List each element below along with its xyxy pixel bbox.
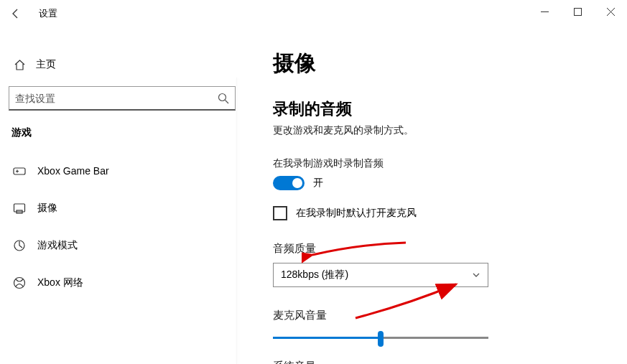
- home-icon: [11, 59, 27, 71]
- window-controls: [528, 0, 627, 23]
- window-title: 设置: [39, 7, 57, 20]
- sidebar-item-label: Xbox Game Bar: [37, 165, 109, 177]
- sidebar-item-xbox-network[interactable]: Xbox 网络: [7, 267, 237, 299]
- mic-volume-label: 麦克风音量: [273, 309, 591, 322]
- xbox-network-icon: [11, 276, 27, 289]
- search-input[interactable]: [15, 93, 218, 104]
- sidebar-category: 游戏: [7, 126, 237, 139]
- mic-volume-slider[interactable]: [273, 330, 488, 347]
- dropdown-value: 128kbps (推荐): [281, 269, 348, 281]
- svg-rect-2: [14, 168, 25, 174]
- svg-point-1: [219, 93, 226, 101]
- search-icon: [218, 93, 229, 104]
- slider-thumb[interactable]: [378, 331, 384, 347]
- titlebar: 设置: [0, 0, 627, 27]
- section-heading: 录制的音频: [273, 98, 591, 120]
- minimize-button[interactable]: [528, 0, 561, 23]
- sidebar-home[interactable]: 主页: [7, 50, 237, 79]
- search-box[interactable]: [9, 86, 236, 111]
- toggle-state-label: 开: [313, 177, 323, 190]
- sidebar-item-xbox-game-bar[interactable]: Xbox Game Bar: [7, 155, 237, 187]
- section-subtext: 更改游戏和麦克风的录制方式。: [273, 124, 591, 137]
- chevron-down-icon: [472, 271, 480, 279]
- maximize-icon: [574, 8, 582, 16]
- game-mode-icon: [11, 239, 27, 252]
- close-button[interactable]: [594, 0, 627, 23]
- back-arrow-icon: [10, 8, 22, 19]
- captures-icon: [11, 202, 27, 215]
- minimize-icon: [541, 8, 549, 16]
- audio-quality-label: 音频质量: [273, 242, 591, 256]
- maximize-button[interactable]: [561, 0, 594, 23]
- content-area: 摄像 录制的音频 更改游戏和麦克风的录制方式。 在我录制游戏时录制音频 开 在我…: [237, 27, 627, 364]
- sidebar: 主页 游戏 Xbox Game Bar 摄像 游戏模式: [0, 27, 237, 364]
- system-volume-label: 系统音量: [273, 360, 591, 364]
- sidebar-item-captures[interactable]: 摄像: [7, 192, 237, 224]
- slider-fill: [273, 337, 381, 339]
- record-audio-label: 在我录制游戏时录制音频: [273, 157, 591, 170]
- svg-rect-0: [574, 8, 581, 15]
- sidebar-home-label: 主页: [36, 58, 56, 71]
- audio-quality-dropdown[interactable]: 128kbps (推荐): [273, 263, 488, 287]
- page-title: 摄像: [273, 49, 591, 78]
- back-button[interactable]: [0, 0, 32, 27]
- sidebar-item-game-mode[interactable]: 游戏模式: [7, 230, 237, 261]
- mic-default-checkbox[interactable]: [273, 206, 287, 220]
- close-icon: [607, 8, 615, 16]
- game-bar-icon: [11, 164, 27, 177]
- sidebar-item-label: 摄像: [37, 202, 57, 215]
- record-audio-toggle[interactable]: [273, 176, 305, 190]
- mic-checkbox-label: 在我录制时默认打开麦克风: [296, 207, 417, 220]
- svg-point-6: [14, 278, 25, 289]
- sidebar-item-label: Xbox 网络: [37, 276, 83, 289]
- sidebar-item-label: 游戏模式: [37, 239, 78, 252]
